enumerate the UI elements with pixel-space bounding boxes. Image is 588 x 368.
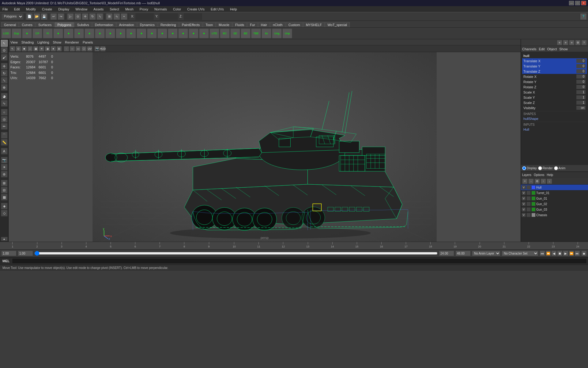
shelf-tab-polygons[interactable]: Polygons <box>55 22 74 27</box>
timeline-tick-13[interactable]: 13 <box>306 242 309 249</box>
redo-btn[interactable]: ↪ <box>58 13 64 20</box>
timeline-tick-10[interactable]: 10 <box>233 242 236 249</box>
next-frame-btn[interactable]: ⏩ <box>569 251 574 256</box>
translate-x-row[interactable]: Translate X 0 <box>522 58 587 63</box>
z-field[interactable] <box>184 13 202 20</box>
timeline-tick-20[interactable]: 20 <box>478 242 481 249</box>
timeline-tick-1[interactable]: 1 <box>12 242 13 249</box>
timeline-tick-6[interactable]: 6 <box>134 242 136 249</box>
rotate-x-row[interactable]: Rotate X 0 <box>522 74 587 79</box>
layer-item-chassis[interactable]: VChassis <box>521 212 588 218</box>
minimize-button[interactable]: — <box>569 1 574 5</box>
play-fwd-btn[interactable]: ▶ <box>563 251 568 256</box>
shelf-icon-25[interactable]: tis <box>262 29 271 38</box>
current-frame-field[interactable] <box>1 251 17 256</box>
rotate-z-row[interactable]: Rotate Z 0 <box>522 84 587 90</box>
quick-layout-btn[interactable]: ▦ <box>1 194 8 201</box>
hull-shape-row[interactable]: hullShape <box>522 116 587 121</box>
sculpt-btn[interactable]: ∿ <box>1 100 8 107</box>
vp-face-btn[interactable]: ▭ <box>75 46 81 52</box>
rp-icon3[interactable]: ≡ <box>569 40 575 45</box>
shelf-icon-4[interactable]: FI <box>43 29 53 38</box>
shelf-tab-muscle[interactable]: Muscle <box>216 22 232 27</box>
layer-type-3[interactable] <box>526 202 531 206</box>
rp-icon5[interactable]: ? <box>581 40 587 45</box>
shelf-icon-10[interactable]: ★ <box>105 29 115 38</box>
rp-icon4[interactable]: ⚙ <box>575 40 581 45</box>
layer-item-gun_03[interactable]: VGun_03 <box>521 207 588 212</box>
render-radio[interactable]: Render <box>538 166 553 170</box>
shelf-icon-11[interactable]: ★ <box>116 29 126 38</box>
timeline-tick-7[interactable]: 7 <box>159 242 160 249</box>
shelf-icon-3[interactable]: CP <box>32 29 42 38</box>
visibility-row[interactable]: Visibility on <box>522 105 587 110</box>
shelf-tab-subdivs[interactable]: Subdivs <box>74 22 92 27</box>
object-menu[interactable]: Object <box>547 47 557 51</box>
shelf-tab-dynamics[interactable]: Dynamics <box>137 22 157 27</box>
vp-select-btn[interactable]: ↖ <box>10 46 15 52</box>
vp-light-btn[interactable]: ☀ <box>39 46 44 52</box>
edit-menu[interactable]: Edit <box>539 47 545 51</box>
shelf-icon-8[interactable]: ★ <box>85 29 94 38</box>
vp-wire-btn[interactable]: □ <box>27 46 33 52</box>
snap-point-btn[interactable]: • <box>121 13 127 20</box>
vp-vert-btn[interactable]: · <box>64 46 69 52</box>
menu-normals[interactable]: Normals <box>153 7 168 12</box>
measure-btn[interactable]: 📏 <box>1 139 8 146</box>
range-end-field[interactable] <box>439 251 454 256</box>
menu-create[interactable]: Create <box>41 7 53 12</box>
text-btn[interactable]: A <box>1 148 8 155</box>
timeline-tick-9[interactable]: 9 <box>208 242 210 249</box>
timeline-tick-15[interactable]: 15 <box>355 242 358 249</box>
ep-tool-btn[interactable]: ◎ <box>1 116 8 123</box>
mel-btn[interactable]: ▲ <box>1 237 8 241</box>
shelf-tab-rendering[interactable]: Rendering <box>158 22 179 27</box>
shelf-icon-6[interactable]: ★ <box>64 29 74 38</box>
timeline-tick-18[interactable]: 18 <box>429 242 432 249</box>
extra-btn2[interactable]: ◇ <box>1 210 8 217</box>
layer-visibility-4[interactable]: V <box>522 207 526 212</box>
vp-grid-btn[interactable]: ⊞ <box>56 46 62 52</box>
rp-icon2[interactable]: ≡ <box>563 40 568 45</box>
prev-frame-btn[interactable]: ⏪ <box>545 251 551 256</box>
layer-type-4[interactable] <box>526 207 531 212</box>
renderer-menu[interactable]: Renderer <box>65 40 79 44</box>
new-layer-btn[interactable]: + <box>522 178 528 184</box>
shelf-icon-22[interactable]: SE <box>230 29 240 38</box>
layer-item-gun_01[interactable]: VGun_01 <box>521 196 588 201</box>
anim-radio[interactable]: Anim <box>554 166 566 170</box>
vp-shadow-btn[interactable]: ◑ <box>45 46 50 52</box>
rotate-tool-btn[interactable]: ↻ <box>1 70 8 77</box>
shelf-icon-12[interactable]: ★ <box>126 29 136 38</box>
shelf-tab-myshelf[interactable]: MYSHELF <box>303 22 325 27</box>
menu-select[interactable]: Select <box>108 7 120 12</box>
mode-dropdown[interactable]: Polygons <box>1 13 23 20</box>
snap-curve-btn[interactable]: ∿ <box>113 13 120 20</box>
menu-edit[interactable]: Edit <box>13 7 21 12</box>
lasso-tool-btn[interactable]: ⊙ <box>1 47 8 54</box>
cv-tool-btn[interactable]: ○ <box>1 109 8 116</box>
shelf-tab-hair[interactable]: Hair <box>258 22 270 27</box>
shading-menu[interactable]: Shading <box>21 40 34 44</box>
y-field[interactable] <box>160 13 178 20</box>
timeline-tick-17[interactable]: 17 <box>405 242 408 249</box>
vp-uv-btn[interactable]: UV <box>87 46 92 52</box>
shelf-icon-19[interactable]: ★ <box>199 29 209 38</box>
rotate-x-value[interactable]: 0 <box>576 75 586 79</box>
layer-item-hull[interactable]: VHull <box>521 185 588 190</box>
move-btn[interactable]: ✛ <box>82 13 89 20</box>
anim-layer-select[interactable]: No Anim Layer <box>472 251 500 256</box>
menu-color[interactable]: Color <box>172 7 182 12</box>
rotate-y-value[interactable]: 0 <box>576 80 586 84</box>
visibility-value[interactable]: on <box>576 106 586 110</box>
layer-type-1[interactable] <box>526 191 531 195</box>
shelf-tab-fluids[interactable]: Fluids <box>232 22 247 27</box>
shelf-icon-7[interactable]: ★ <box>74 29 84 38</box>
vp-ao-btn[interactable]: ● <box>51 46 56 52</box>
go-start-btn[interactable]: ⏮ <box>540 251 545 256</box>
delete-layer-btn[interactable]: - <box>528 178 534 184</box>
lasso-btn[interactable]: ⊙ <box>74 13 81 20</box>
translate-y-row[interactable]: Translate Y 0 <box>522 63 587 69</box>
key-btn[interactable]: ◆ <box>581 251 587 256</box>
timeline-tick-22[interactable]: 22 <box>527 242 530 249</box>
